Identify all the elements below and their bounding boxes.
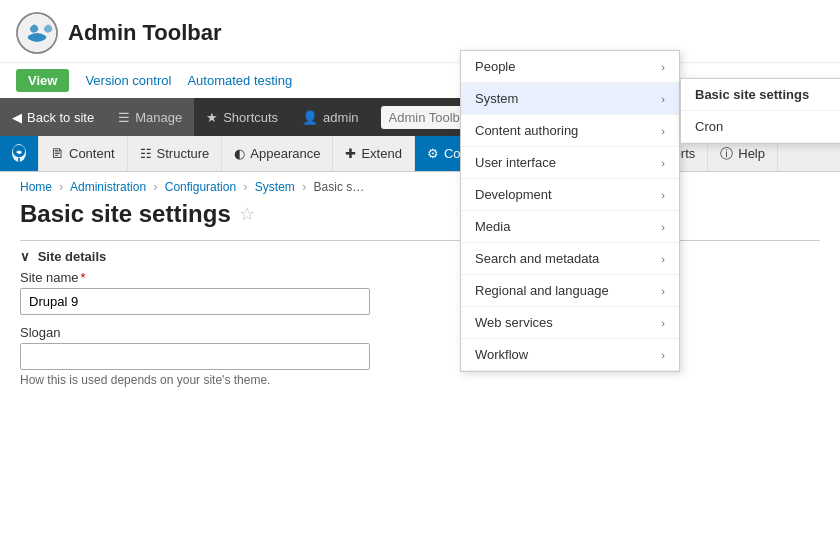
content-icon: 🖹: [51, 146, 64, 161]
favorite-star-icon[interactable]: ☆: [239, 203, 255, 225]
breadcrumb-sep-3: ›: [243, 180, 247, 194]
breadcrumb-admin[interactable]: Administration: [70, 180, 146, 194]
dropdown-regional-language[interactable]: Regional and language ›: [461, 275, 679, 307]
dropdown-content-authoring[interactable]: Content authoring ›: [461, 115, 679, 147]
dropdown-search-metadata[interactable]: Search and metadata ›: [461, 243, 679, 275]
dropdown-workflow[interactable]: Workflow ›: [461, 339, 679, 371]
view-button[interactable]: View: [16, 69, 69, 92]
drupal-home-item[interactable]: [0, 136, 39, 171]
header-title: Admin Toolbar: [68, 20, 222, 46]
chevron-right-icon-6: ›: [661, 221, 665, 233]
breadcrumb-config[interactable]: Configuration: [165, 180, 236, 194]
logo-area: Admin Toolbar: [16, 12, 222, 54]
breadcrumb-sep-4: ›: [302, 180, 306, 194]
dropdown-sub-menu: Basic site settings Cron: [680, 78, 840, 144]
site-name-input[interactable]: [20, 288, 370, 315]
chevron-right-icon-9: ›: [661, 317, 665, 329]
extend-icon: ✚: [345, 146, 356, 161]
extend-menu-item[interactable]: ✚ Extend: [333, 136, 414, 171]
breadcrumb-sep-2: ›: [153, 180, 157, 194]
collapse-arrow-icon: ∨: [20, 249, 30, 264]
star-icon: ★: [206, 110, 218, 125]
chevron-right-icon: ›: [661, 61, 665, 73]
site-name-required: *: [81, 270, 86, 285]
dropdown-media[interactable]: Media ›: [461, 211, 679, 243]
config-icon: ⚙: [427, 146, 439, 161]
dropdown-web-services[interactable]: Web services ›: [461, 307, 679, 339]
extend-label: Extend: [361, 146, 401, 161]
manage-nav-item[interactable]: ☰ Manage: [106, 98, 194, 136]
dropdown-development[interactable]: Development ›: [461, 179, 679, 211]
chevron-right-icon-2: ›: [661, 93, 665, 105]
user-icon: 👤: [302, 110, 318, 125]
content-menu-item[interactable]: 🖹 Content: [39, 136, 128, 171]
structure-label: Structure: [157, 146, 210, 161]
drupal-logo-icon: [10, 143, 28, 165]
main-content: ∨ Site details Site name* Slogan How thi…: [0, 240, 840, 387]
breadcrumb-sep-1: ›: [59, 180, 63, 194]
slogan-input[interactable]: [20, 343, 370, 370]
page-title: Basic site settings: [20, 200, 231, 228]
dropdown-user-interface[interactable]: User interface ›: [461, 147, 679, 179]
chevron-right-icon-10: ›: [661, 349, 665, 361]
chevron-right-icon-3: ›: [661, 125, 665, 137]
slogan-hint: How this is used depends on your site's …: [20, 373, 820, 387]
dropdown-basic-site-settings[interactable]: Basic site settings: [681, 79, 840, 111]
content-label: Content: [69, 146, 115, 161]
breadcrumb-system[interactable]: System: [255, 180, 295, 194]
chevron-right-icon-4: ›: [661, 157, 665, 169]
breadcrumb-current: Basic s…: [314, 180, 365, 194]
section-label: Site details: [38, 249, 107, 264]
appearance-label: Appearance: [250, 146, 320, 161]
automated-testing-link[interactable]: Automated testing: [187, 73, 292, 88]
back-icon: ◀: [12, 110, 22, 125]
manage-icon: ☰: [118, 110, 130, 125]
admin-toolbar-logo-icon: [16, 12, 58, 54]
dropdown-main-menu: People › System › Content authoring › Us…: [460, 50, 680, 372]
chevron-right-icon-7: ›: [661, 253, 665, 265]
dropdown-system[interactable]: System ›: [461, 83, 679, 115]
back-to-site-button[interactable]: ◀ Back to site: [0, 98, 106, 136]
chevron-right-icon-5: ›: [661, 189, 665, 201]
structure-icon: ☷: [140, 146, 152, 161]
dropdown-cron[interactable]: Cron: [681, 111, 840, 143]
structure-menu-item[interactable]: ☷ Structure: [128, 136, 223, 171]
config-dropdown: People › System › Content authoring › Us…: [460, 50, 840, 372]
chevron-right-icon-8: ›: [661, 285, 665, 297]
appearance-menu-item[interactable]: ◐ Appearance: [222, 136, 333, 171]
breadcrumb-home[interactable]: Home: [20, 180, 52, 194]
version-control-link[interactable]: Version control: [85, 73, 171, 88]
shortcuts-nav-item[interactable]: ★ Shortcuts: [194, 98, 290, 136]
admin-user-nav-item[interactable]: 👤 admin: [290, 98, 370, 136]
dropdown-people[interactable]: People ›: [461, 51, 679, 83]
appearance-icon: ◐: [234, 146, 245, 161]
